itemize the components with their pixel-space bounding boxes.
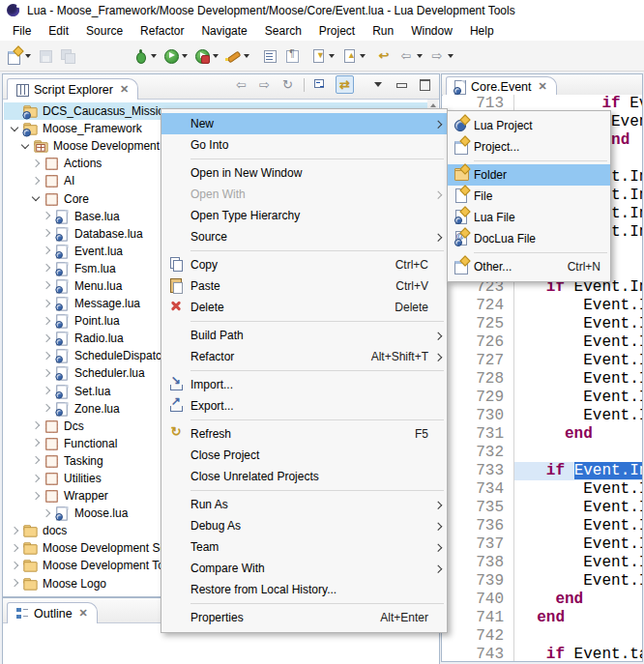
code-text[interactable]: end — [514, 425, 642, 444]
code-text[interactable] — [514, 627, 642, 646]
collapse-arrow-icon[interactable] — [8, 122, 22, 136]
refresh-icon[interactable]: ↻ — [279, 76, 296, 93]
menubar-item-search[interactable]: Search — [256, 22, 310, 40]
tab-outline[interactable]: Outline ✕ — [7, 602, 98, 623]
back-button[interactable]: ⇦ — [397, 46, 424, 66]
code-text[interactable] — [514, 444, 642, 462]
dropdown-arrow-icon[interactable] — [360, 54, 366, 58]
show-whitespace-button[interactable]: ¶ — [283, 46, 301, 66]
expand-arrow-icon[interactable] — [29, 436, 44, 450]
expand-arrow-icon[interactable] — [40, 506, 54, 521]
dropdown-arrow-icon[interactable] — [244, 54, 249, 58]
run-last-button[interactable] — [193, 46, 220, 66]
menu-item-debug-as[interactable]: Debug As — [161, 515, 447, 536]
expand-arrow-icon[interactable] — [40, 314, 54, 329]
menu-item-copy[interactable]: CopyCtrl+C — [161, 254, 447, 275]
menu-item-close-unrelated-projects[interactable]: Close Unrelated Projects — [161, 466, 447, 487]
menu-item-other-[interactable]: Other...Ctrl+N — [448, 256, 610, 277]
code-text[interactable]: if Event.IniDCSUnit — [514, 462, 642, 480]
next-annotation-button[interactable]: ▼ — [309, 46, 336, 66]
expand-arrow-icon[interactable] — [29, 174, 44, 188]
expand-arrow-icon[interactable] — [29, 419, 44, 433]
external-tools-button[interactable] — [224, 46, 250, 66]
code-text[interactable]: Event.In — [514, 480, 642, 499]
save-button[interactable] — [37, 46, 54, 66]
code-text[interactable]: Event.In — [514, 333, 642, 352]
menu-item-new[interactable]: New — [161, 113, 447, 134]
menubar-item-file[interactable]: File — [4, 22, 40, 40]
minimize-icon[interactable] — [394, 76, 410, 93]
collapse-arrow-icon[interactable] — [18, 139, 33, 154]
collapse-arrow-icon[interactable] — [29, 191, 44, 206]
expand-arrow-icon[interactable] — [8, 576, 22, 591]
expand-arrow-icon[interactable] — [40, 332, 54, 346]
code-text[interactable]: Event.In — [514, 315, 642, 333]
expand-arrow-icon[interactable] — [40, 384, 54, 398]
expand-arrow-icon[interactable] — [8, 593, 22, 595]
menu-item-build-path[interactable]: Build Path — [161, 325, 447, 346]
save-all-button[interactable] — [59, 46, 76, 66]
dropdown-arrow-icon[interactable] — [329, 54, 335, 58]
expand-arrow-icon[interactable] — [40, 401, 54, 416]
dropdown-arrow-icon[interactable] — [448, 54, 454, 58]
menu-item-refresh[interactable]: ↻RefreshF5 — [161, 423, 447, 445]
expand-arrow-icon[interactable] — [40, 261, 54, 275]
close-icon[interactable]: ✕ — [79, 607, 88, 620]
menu-item-lua-file[interactable]: Lua File — [448, 207, 610, 228]
expand-arrow-icon[interactable] — [40, 297, 54, 311]
expand-arrow-icon[interactable] — [29, 472, 44, 486]
view-menu-icon[interactable] — [370, 76, 387, 93]
expand-arrow-icon[interactable] — [40, 226, 54, 241]
code-text[interactable]: Event.In — [514, 499, 642, 517]
menu-item-lua-project[interactable]: Lua Project — [448, 115, 610, 136]
code-text[interactable]: end — [514, 591, 642, 609]
maximize-icon[interactable] — [417, 76, 433, 93]
expand-arrow-icon[interactable] — [29, 489, 44, 504]
menubar-item-run[interactable]: Run — [364, 22, 402, 40]
menubar-item-edit[interactable]: Edit — [40, 22, 77, 40]
menu-item-properties[interactable]: PropertiesAlt+Enter — [161, 607, 447, 628]
menubar-item-navigate[interactable]: Navigate — [192, 22, 255, 40]
tab-script-explorer[interactable]: Script Explorer ✕ — [7, 78, 138, 100]
menu-item-delete[interactable]: DeleteDelete — [161, 297, 447, 318]
forward-button[interactable]: ⇨ — [428, 46, 454, 66]
expand-arrow-icon[interactable] — [8, 559, 22, 573]
menu-item-team[interactable]: Team — [161, 536, 447, 558]
dropdown-arrow-icon[interactable] — [213, 54, 219, 58]
code-text[interactable]: Event.In — [514, 389, 642, 407]
menu-item-import-[interactable]: ↘Import... — [161, 374, 447, 395]
code-text[interactable]: end — [514, 609, 642, 627]
menubar-item-source[interactable]: Source — [77, 22, 132, 40]
menu-item-refactor[interactable]: RefactorAlt+Shift+T — [161, 346, 447, 367]
new-wizard-button[interactable] — [6, 46, 32, 66]
menu-item-open-type-hierarchy[interactable]: Open Type Hierarchy — [161, 205, 447, 226]
menu-item-go-into[interactable]: Go Into — [161, 134, 447, 156]
expand-arrow-icon[interactable] — [40, 278, 54, 293]
expand-arrow-icon[interactable] — [40, 366, 54, 381]
menu-item-project-[interactable]: Project... — [448, 136, 610, 158]
expand-arrow-icon[interactable] — [40, 244, 54, 258]
code-text[interactable]: Event.In — [514, 572, 642, 591]
menubar-item-window[interactable]: Window — [402, 22, 461, 40]
close-icon[interactable]: ✕ — [539, 80, 547, 93]
link-with-editor-icon[interactable]: ⇄ — [336, 75, 354, 94]
menu-item-doclua-file[interactable]: @DocLua File — [448, 228, 610, 249]
expand-arrow-icon[interactable] — [29, 453, 44, 468]
menu-item-close-project[interactable]: Close Project — [161, 445, 447, 466]
dropdown-arrow-icon[interactable] — [25, 54, 31, 58]
menu-item-compare-with[interactable]: Compare With — [161, 558, 447, 579]
menu-item-folder[interactable]: Folder — [448, 164, 610, 186]
dropdown-arrow-icon[interactable] — [417, 54, 423, 58]
expand-arrow-icon[interactable] — [40, 209, 54, 223]
menu-item-open-with[interactable]: Open With — [161, 184, 447, 205]
menu-item-source[interactable]: Source — [161, 226, 447, 247]
dropdown-arrow-icon[interactable] — [182, 54, 188, 58]
prev-annotation-button[interactable]: ▲ — [340, 46, 366, 66]
menubar-item-project[interactable]: Project — [310, 22, 364, 40]
menubar-item-refactor[interactable]: Refactor — [132, 22, 192, 40]
dropdown-arrow-icon[interactable] — [151, 54, 157, 58]
code-text[interactable]: Event.In — [514, 352, 642, 370]
last-edit-location-button[interactable]: ↩ — [375, 46, 393, 66]
tab-core-event[interactable]: Core.Event ✕ — [446, 76, 557, 96]
expand-arrow-icon[interactable] — [40, 349, 54, 363]
